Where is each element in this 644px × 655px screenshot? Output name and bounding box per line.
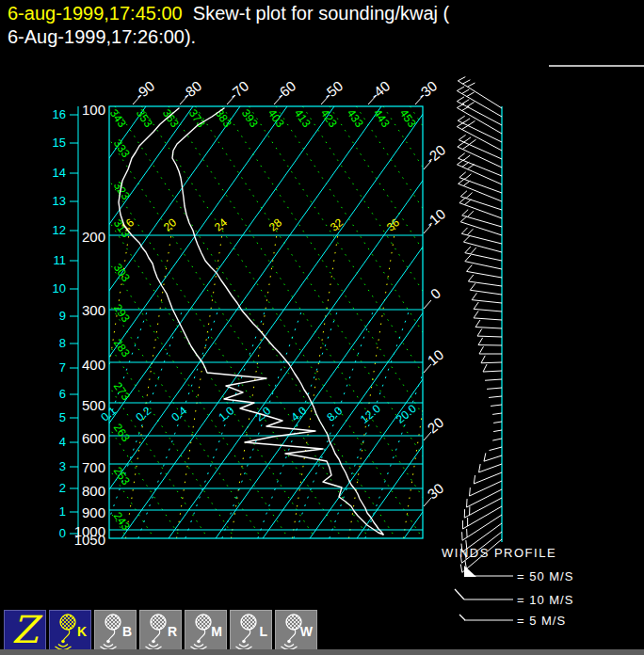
temp-labels-top: -90-80-70-60-50-40-30	[132, 77, 441, 104]
pressure-label: 700	[82, 459, 105, 475]
winds-profile-title: WINDS PROFILE	[442, 546, 556, 560]
moist-adiabat-label: 20	[161, 216, 179, 234]
temp-label-right: 10	[425, 346, 447, 369]
km-tick-label: 11	[54, 253, 67, 267]
mixing-ratio-label: 4.0	[289, 404, 310, 424]
pressure-label: 800	[82, 483, 105, 499]
temp-label-right: 30	[425, 480, 447, 503]
legend-label: = 5 M/S	[517, 614, 566, 628]
toolbar-button-m[interactable]: M	[185, 610, 227, 651]
toolbar-button-r[interactable]: R	[139, 610, 182, 651]
toolbar-button-k[interactable]: K	[49, 610, 91, 651]
mixing-ratio-label: 1.0	[217, 404, 237, 424]
wind-profile	[457, 77, 502, 573]
km-tick-label: 6	[59, 387, 66, 401]
mixing-ratio-label: 2.0	[253, 404, 274, 424]
temp-label-right: 20	[425, 414, 447, 437]
toolbar-button-letter: W	[300, 625, 313, 638]
toolbar-button-b[interactable]: B	[94, 610, 137, 651]
km-tick-label: 14	[53, 166, 66, 180]
wind-legend: = 50 M/S= 10 M/S= 5 M/S	[455, 566, 573, 628]
grid-isobars	[109, 106, 423, 538]
legend-label: = 50 M/S	[517, 569, 573, 583]
km-tick-label: 3	[59, 459, 66, 473]
pressure-label: 300	[82, 302, 105, 318]
moist-adiabat-label: 28	[266, 216, 284, 234]
km-tick-label: 2	[59, 481, 66, 495]
km-tick-label: 13	[53, 194, 66, 208]
script-z-icon: Z	[5, 609, 45, 650]
temperature-trace	[172, 108, 383, 535]
dry-adiabat-label-top: 343	[107, 106, 129, 130]
km-tick-label: 15	[53, 136, 66, 150]
toolbar-button-l[interactable]: L	[230, 610, 272, 651]
toolbar-button-letter: R	[168, 625, 177, 638]
toolbar-button-w[interactable]: W	[275, 610, 317, 651]
km-tick-label: 9	[59, 309, 66, 323]
plot-border	[109, 106, 423, 538]
dry-adiabat-label-left: 283	[111, 336, 133, 359]
km-tick-label: 7	[59, 360, 66, 375]
toolbar: ZKBRMLW	[0, 610, 325, 651]
km-tick-label: 5	[59, 410, 66, 424]
pressure-label: 600	[82, 430, 105, 446]
grid-moist-adiabats	[0, 221, 451, 538]
km-tick-label: 8	[59, 336, 66, 350]
dry-adiabat-label-left: 303	[111, 261, 133, 284]
temp-label-right: -10	[423, 205, 449, 231]
pressure-label: 400	[82, 357, 105, 373]
km-tick-label: 4	[59, 435, 66, 449]
sounding-traces	[119, 108, 383, 535]
wind-barbs	[457, 77, 502, 573]
km-tick-label: 0	[59, 526, 66, 540]
temp-label-right: 0	[427, 285, 443, 302]
dry-adiabat-label-top: 453	[397, 106, 419, 130]
dry-adiabat-label-left: 243	[111, 509, 133, 533]
moist-adiabat-label: 24	[212, 216, 230, 234]
temp-label-top: -60	[273, 77, 299, 103]
toolbar-button-letter: M	[211, 625, 222, 638]
pressure-label: 200	[82, 229, 105, 245]
legend-label: = 10 M/S	[517, 593, 573, 607]
legend-full-barb-glyph	[455, 589, 464, 599]
km-tick-label: 10	[53, 281, 66, 296]
temp-label-top: -30	[414, 77, 441, 103]
temp-label-top: -50	[320, 77, 346, 103]
toolbar-button-z[interactable]: Z	[4, 610, 46, 651]
pressure-label: 1050	[74, 532, 105, 548]
mixing-ratio-label: 20.0	[394, 402, 419, 426]
km-tick-label: 16	[53, 107, 66, 121]
temp-label-top: -90	[132, 77, 158, 103]
dry-adiabat-label-left: 253	[111, 464, 133, 487]
mixing-ratio-label: 12.0	[358, 402, 383, 426]
temp-label-top: -70	[226, 77, 252, 103]
pressure-labels: 10020030040050060070080090010001050	[74, 102, 105, 548]
temp-label-top: -80	[179, 77, 205, 103]
km-tick-label: 1	[59, 504, 66, 519]
temp-label-right: -20	[423, 141, 449, 167]
toolbar-button-letter: K	[77, 625, 87, 638]
dry-adiabat-label-top: 383	[213, 106, 234, 130]
dry-adiabat-label-top: 423	[318, 106, 340, 130]
dry-adiabat-label-left: 333	[111, 136, 133, 160]
dry-adiabat-label-left: 293	[111, 301, 133, 325]
mixing-ratio-label: 0.2	[134, 404, 154, 424]
dry-adiabat-label-top: 443	[371, 106, 393, 130]
mixing-ratio-label: 8.0	[325, 404, 346, 424]
dry-adiabat-label-top: 413	[292, 106, 314, 130]
height-axis-km: 161514131211109876543210	[53, 106, 78, 540]
pressure-label: 900	[82, 504, 105, 520]
dry-adiabat-label-top: 353	[134, 106, 155, 130]
pressure-label: 100	[82, 102, 105, 118]
mixing-ratio-label: 0.4	[169, 404, 190, 424]
dry-adiabat-label-top: 393	[239, 106, 261, 130]
km-tick-label: 12	[53, 223, 66, 237]
dry-adiabat-label-left: 273	[111, 379, 133, 403]
temp-label-top: -40	[367, 77, 394, 103]
legend-half-barb-glyph	[459, 615, 465, 620]
dry-adiabat-label-top: 433	[345, 106, 366, 130]
dry-adiabat-label-left: 263	[111, 421, 133, 444]
window-resize-strip	[0, 649, 644, 655]
toolbar-button-letter: L	[259, 625, 267, 638]
temp-labels-right: -20-100102030	[423, 141, 449, 506]
